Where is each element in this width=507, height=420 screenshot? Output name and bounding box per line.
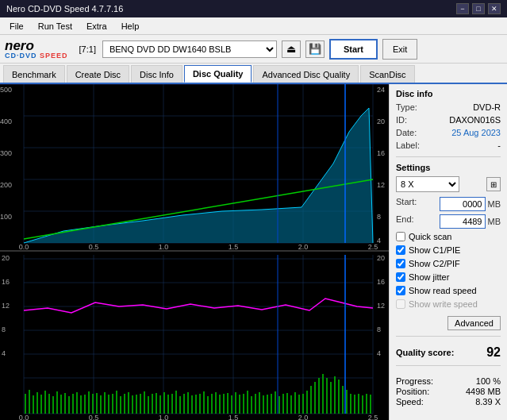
svg-rect-74 (60, 395, 62, 414)
end-input[interactable]: 4489 (440, 214, 486, 229)
menu-file[interactable]: File (3, 20, 30, 33)
quality-score-row: Quality score: 92 (396, 345, 501, 360)
maximize-button[interactable]: □ (472, 3, 485, 14)
quality-score-label: Quality score: (396, 348, 454, 357)
show-jitter-row: Show jitter (396, 272, 501, 282)
disc-date-label: Date: (396, 128, 417, 137)
title-bar: Nero CD-DVD Speed 4.7.7.16 − □ ✕ (0, 0, 507, 17)
svg-rect-94 (140, 394, 141, 414)
disc-label-value: - (497, 141, 501, 150)
svg-text:0.0: 0.0 (19, 243, 29, 251)
tab-scan-disc[interactable]: ScanDisc (360, 65, 414, 83)
show-write-speed-checkbox[interactable] (396, 299, 405, 309)
close-button[interactable]: ✕ (488, 3, 501, 14)
svg-text:1.0: 1.0 (159, 414, 169, 420)
tab-create-disc[interactable]: Create Disc (67, 65, 129, 83)
svg-rect-111 (207, 396, 209, 414)
svg-rect-73 (56, 391, 58, 414)
menu-extra[interactable]: Extra (80, 20, 113, 33)
menu-run-test[interactable]: Run Test (32, 20, 79, 33)
speed-options-button[interactable]: ⊞ (486, 177, 501, 191)
svg-rect-86 (108, 395, 109, 414)
position-label: Position: (396, 387, 429, 396)
svg-rect-106 (187, 392, 189, 414)
svg-rect-138 (314, 382, 316, 414)
disc-date-row: Date: 25 Aug 2023 (396, 128, 501, 137)
svg-text:24: 24 (377, 86, 385, 94)
svg-rect-80 (84, 395, 86, 414)
svg-rect-131 (286, 393, 288, 414)
speed-row: Speed: 8.39 X (396, 397, 501, 407)
svg-rect-70 (44, 391, 46, 414)
svg-rect-81 (88, 391, 90, 414)
svg-rect-117 (231, 395, 232, 414)
svg-text:16: 16 (377, 278, 385, 286)
svg-rect-124 (259, 392, 260, 414)
show-jitter-checkbox[interactable] (396, 272, 405, 282)
svg-rect-99 (159, 395, 161, 414)
tab-disc-info[interactable]: Disc Info (131, 65, 182, 83)
svg-rect-152 (370, 395, 371, 414)
eject-icon[interactable]: ⏏ (282, 40, 301, 58)
advanced-button[interactable]: Advanced (447, 316, 501, 330)
svg-rect-98 (156, 393, 157, 414)
svg-rect-113 (215, 392, 217, 414)
start-input[interactable]: 0000 (440, 197, 486, 211)
svg-rect-112 (211, 394, 213, 414)
disc-id-value: DAXON016S (449, 115, 501, 125)
show-c1pie-checkbox[interactable] (396, 245, 405, 255)
tab-advanced-disc-quality[interactable]: Advanced Disc Quality (253, 65, 359, 83)
svg-rect-150 (362, 395, 363, 414)
svg-rect-101 (167, 395, 169, 414)
divider-3 (396, 365, 501, 366)
show-c1pie-row: Show C1/PIE (396, 245, 501, 255)
divider-2 (396, 336, 501, 337)
svg-text:0.5: 0.5 (89, 243, 99, 251)
svg-rect-137 (310, 386, 312, 414)
show-c1pie-label: Show C1/PIE (409, 245, 460, 255)
svg-rect-78 (76, 392, 78, 414)
show-c2pif-checkbox[interactable] (396, 259, 405, 268)
end-row: End: 4489 MB (396, 214, 501, 229)
svg-rect-118 (235, 392, 236, 414)
svg-rect-84 (100, 395, 102, 414)
svg-rect-135 (302, 394, 304, 414)
disc-date-value: 25 Aug 2023 (451, 128, 501, 137)
tab-benchmark[interactable]: Benchmark (3, 65, 65, 83)
speed-label: Speed: (396, 397, 424, 407)
speed-select[interactable]: 8 X (396, 176, 459, 192)
quick-scan-checkbox[interactable] (396, 232, 405, 241)
disc-id-label: ID: (396, 115, 407, 125)
svg-text:300: 300 (0, 149, 12, 157)
logo-cdspeed: CD·DVD SPEED (5, 52, 68, 60)
menu-help[interactable]: Help (115, 20, 146, 33)
svg-rect-77 (72, 394, 74, 414)
svg-rect-79 (80, 395, 82, 414)
exit-button[interactable]: Exit (382, 39, 417, 60)
drive-select[interactable]: BENQ DVD DD DW1640 BSLB (102, 40, 277, 58)
show-read-speed-checkbox[interactable] (396, 286, 405, 295)
show-read-speed-label: Show read speed (409, 286, 477, 295)
save-icon[interactable]: 💾 (305, 40, 325, 58)
svg-text:20: 20 (377, 118, 385, 125)
svg-rect-139 (318, 378, 320, 414)
svg-rect-108 (195, 395, 197, 414)
tab-disc-quality[interactable]: Disc Quality (184, 65, 252, 83)
quality-score-value: 92 (486, 345, 501, 360)
svg-text:1.0: 1.0 (159, 243, 169, 251)
window-title: Nero CD-DVD Speed 4.7.7.16 (6, 4, 123, 13)
svg-rect-105 (183, 394, 185, 414)
end-unit: MB (488, 217, 501, 226)
start-button[interactable]: Start (329, 39, 378, 60)
minimize-button[interactable]: − (456, 3, 469, 14)
svg-rect-102 (171, 394, 173, 414)
svg-rect-125 (263, 395, 264, 414)
svg-text:100: 100 (0, 213, 12, 221)
svg-rect-151 (366, 394, 367, 414)
svg-text:2.5: 2.5 (368, 243, 378, 251)
svg-text:4: 4 (2, 349, 6, 357)
show-read-speed-row: Show read speed (396, 286, 501, 295)
svg-rect-146 (346, 390, 348, 414)
svg-rect-130 (282, 394, 284, 414)
svg-rect-65 (25, 394, 26, 414)
